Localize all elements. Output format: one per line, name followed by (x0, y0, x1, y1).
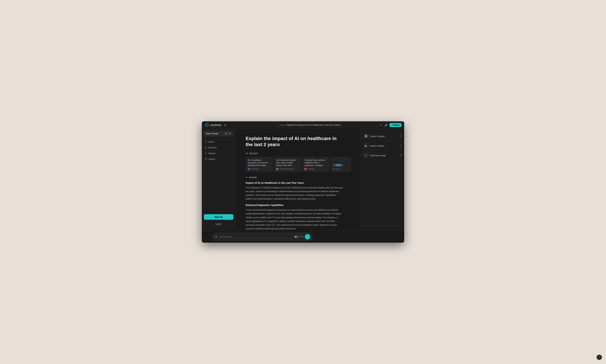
answer-icon: ✦ (246, 176, 248, 179)
show-all-card[interactable]: ● ● ● ● Show all (331, 157, 351, 172)
sidebar-label-home: Home (208, 141, 214, 143)
sources-label: Sources (249, 152, 258, 155)
source-domain-2: ● polarismarketresear... (276, 168, 299, 170)
ask-input-container[interactable]: ⊕ Pro ↑ (212, 233, 313, 241)
search-videos-icon: ▶ (363, 143, 369, 148)
show-all-favicons: ● ● ● ● (333, 164, 343, 167)
more-button[interactable]: ··· (374, 123, 378, 127)
generate-image-plus[interactable]: + (400, 154, 401, 157)
intro-paragraph: The integration of artificial intelligen… (246, 186, 343, 201)
source-card-1[interactable]: AI in Healthcare: Examples, Use Cases & … (246, 157, 273, 172)
source-card-3[interactable]: Trending Topics: Artificial Intelligence… (302, 157, 329, 172)
main-layout: New Thread ⌘ K ⊙ Home ⊕ Discover ✦ Space… (202, 129, 404, 231)
now-indicator: Now (279, 124, 285, 126)
answer-label: Answer (249, 176, 257, 179)
keyboard-shortcut: ⌘ K (224, 132, 231, 135)
source-title-2: AI In Healthcare Market Size, Share, Gro… (276, 159, 299, 167)
sources-icon: ✦ (246, 152, 248, 155)
home-icon: ⊙ (205, 140, 207, 143)
impact-title: Impact of AI on Healthcare in the Last T… (246, 181, 343, 184)
answer-section: ✦ Answer Impact of AI on Healthcare in t… (246, 176, 343, 231)
spaces-icon: ✦ (205, 152, 207, 155)
collapse-button[interactable]: ◀ (224, 123, 226, 127)
sidebar: New Thread ⌘ K ⊙ Home ⊕ Discover ✦ Space… (202, 129, 236, 231)
ask-followup-input[interactable] (219, 235, 292, 238)
source-title-1: AI in Healthcare: Examples, Use Cases & … (248, 159, 270, 167)
search-videos-label: Search Videos (370, 144, 384, 147)
kbd-cmd: ⌘ (224, 132, 228, 135)
titlebar-title: Explain the impact of AI on healthcare i… (286, 124, 341, 126)
page-title: Explain the impact of AI on healthcare i… (246, 135, 343, 148)
generate-image-left: ✦ Generate Image (363, 153, 386, 158)
sources-grid: AI in Healthcare: Examples, Use Cases & … (246, 157, 350, 172)
ref-1: 3 (272, 224, 275, 226)
send-button[interactable]: ↑ (305, 234, 310, 239)
source-favicon-1: A (248, 168, 250, 170)
pro-label: Pro (300, 235, 303, 238)
titlebar: perplexity ◀ Now Explain the impact of A… (202, 121, 404, 129)
generate-image-label: Generate Image (370, 154, 386, 157)
kbd-k: K (228, 132, 231, 135)
logo-icon (205, 123, 209, 127)
app-window: perplexity ◀ Now Explain the impact of A… (202, 121, 404, 243)
sidebar-item-discover[interactable]: ⊕ Discover (203, 145, 234, 150)
search-images-plus[interactable]: + (400, 134, 401, 138)
now-dot (279, 125, 280, 126)
help-icon: ? (599, 356, 600, 359)
sources-section: ✦ Sources AI in Healthcare: Examples, Us… (246, 152, 350, 172)
logo-area: perplexity (205, 123, 221, 127)
sidebar-label-library: Library (208, 158, 215, 160)
titlebar-center: Now Explain the impact of AI on healthca… (245, 124, 374, 126)
search-images-icon: 🖼 (363, 133, 369, 139)
source-title-3: Trending Topics: Artificial Intelligence… (304, 159, 327, 167)
login-button[interactable]: Log in (204, 221, 233, 227)
diagnostic-title: Enhanced Diagnostic Capabilities (246, 204, 343, 207)
sidebar-label-discover: Discover (208, 146, 217, 149)
search-videos-left: ▶ Search Videos (363, 143, 384, 148)
link-button[interactable]: 🔗 (384, 123, 388, 127)
generate-image-item[interactable]: ✦ Generate Image + (363, 151, 401, 160)
titlebar-right: ··· ⊘ 🔗 ↗ Share (374, 123, 401, 127)
signup-button[interactable]: Sign Up (204, 214, 233, 220)
ask-plus-icon[interactable]: ⊕ (215, 235, 217, 239)
library-icon: ☰ (205, 157, 207, 160)
fav-4: ● (340, 164, 343, 167)
search-videos-plus[interactable]: + (400, 144, 401, 148)
sidebar-nav: ⊙ Home ⊕ Discover ✦ Spaces ☰ Library (202, 139, 235, 162)
source-favicon-2: ● (276, 168, 278, 170)
source-domain-1: A acropolium (248, 168, 270, 170)
pro-toggle[interactable]: Pro (294, 235, 303, 238)
logo-text: perplexity (211, 124, 221, 126)
new-thread-label: New Thread (206, 132, 218, 135)
show-all-label[interactable]: Show all (333, 168, 340, 170)
search-images-label: Search Images (370, 135, 385, 138)
right-panel: 🖼 Search Images + ▶ Search Videos + ✦ Ge… (360, 129, 404, 231)
titlebar-left: perplexity ◀ (205, 123, 245, 127)
answer-header: ✦ Answer (246, 176, 343, 179)
sidebar-bottom: Sign Up Log in (202, 212, 235, 229)
toggle-switch[interactable] (294, 235, 299, 238)
discover-icon: ⊕ (205, 146, 207, 149)
content-area[interactable]: Explain the impact of AI on healthcare i… (236, 129, 360, 231)
source-favicon-3: V (304, 168, 306, 170)
sidebar-item-home[interactable]: ⊙ Home (203, 139, 234, 144)
sidebar-item-library[interactable]: ☰ Library (203, 156, 234, 162)
sidebar-item-spaces[interactable]: ✦ Spaces (203, 151, 234, 156)
help-button[interactable]: ? (597, 355, 602, 360)
generate-image-icon: ✦ (363, 153, 369, 158)
now-label: Now (281, 124, 285, 126)
sources-header: ✦ Sources (246, 152, 350, 155)
diagnostic-paragraph: AI has revolutionized diagnostic process… (246, 208, 343, 231)
search-images-left: 🖼 Search Images (363, 133, 385, 139)
search-images-item[interactable]: 🖼 Search Images + (363, 131, 401, 141)
share-icon: ↗ (392, 124, 393, 126)
source-card-2[interactable]: AI In Healthcare Market Size, Share, Gro… (274, 157, 301, 172)
bookmark-button[interactable]: ⊘ (379, 123, 382, 127)
share-label: Share (394, 124, 399, 126)
search-videos-item[interactable]: ▶ Search Videos + (363, 141, 401, 151)
bottom-bar: ⊕ Pro ↑ (202, 231, 404, 243)
source-domain-3: V veradigm (304, 168, 327, 170)
new-thread-button[interactable]: New Thread ⌘ K (204, 131, 233, 136)
share-button[interactable]: ↗ Share (390, 123, 401, 127)
sidebar-label-spaces: Spaces (208, 152, 215, 155)
